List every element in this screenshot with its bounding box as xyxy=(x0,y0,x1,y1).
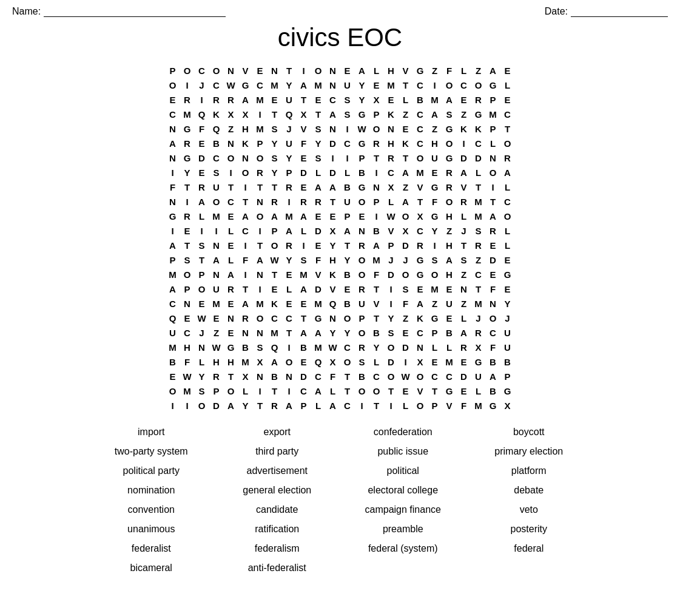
grid-cell: O xyxy=(500,136,515,151)
grid-cell: A xyxy=(413,296,428,311)
word-item: unanimous xyxy=(92,522,212,536)
grid-cell: P xyxy=(166,252,180,267)
grid-cell: F xyxy=(457,398,471,413)
grid-cell: R xyxy=(238,311,253,325)
grid-cell: T xyxy=(253,238,268,252)
grid-cell: P xyxy=(180,282,195,296)
grid-cell: T xyxy=(297,92,311,107)
grid-cell: Y xyxy=(340,252,355,267)
grid-cell: O xyxy=(253,209,268,223)
grid-cell: T xyxy=(399,78,413,92)
grid-cell: T xyxy=(471,180,486,194)
grid-cell: L xyxy=(486,136,500,151)
grid-cell: O xyxy=(442,136,457,151)
grid-cell: O xyxy=(399,267,413,282)
grid-cell: T xyxy=(282,63,297,78)
grid-cell: M xyxy=(209,209,224,223)
grid-cell: X xyxy=(413,354,428,369)
grid-cell: D xyxy=(195,151,209,165)
grid-cell: O xyxy=(442,78,457,92)
grid-cell: P xyxy=(428,325,442,340)
grid-cell: S xyxy=(471,223,486,238)
name-underline[interactable] xyxy=(44,6,226,17)
grid-cell: X xyxy=(297,107,311,121)
grid-cell: O xyxy=(340,354,355,369)
grid-cell: V xyxy=(297,121,311,136)
grid-cell: A xyxy=(340,223,355,238)
grid-cell: P xyxy=(486,121,500,136)
grid-cell: T xyxy=(384,384,399,398)
grid-cell: M xyxy=(166,340,180,354)
grid-cell: J xyxy=(500,311,515,325)
header: Name: Date: xyxy=(12,6,668,17)
grid-cell: Y xyxy=(311,136,326,151)
grid-cell: P xyxy=(428,398,442,413)
grid-cell: O xyxy=(166,78,180,92)
word-item: preamble xyxy=(343,522,463,536)
grid-cell: E xyxy=(195,296,209,311)
grid-cell: A xyxy=(442,252,457,267)
grid-cell: H xyxy=(238,121,253,136)
grid-cell: T xyxy=(340,238,355,252)
grid-cell: Y xyxy=(268,136,282,151)
grid-cell: R xyxy=(195,180,209,194)
grid-cell: M xyxy=(471,194,486,209)
grid-cell: I xyxy=(486,180,500,194)
grid-cell: V xyxy=(369,296,384,311)
grid-cell: E xyxy=(500,63,515,78)
grid-cell: G xyxy=(500,384,515,398)
page-title: civics EOC xyxy=(12,23,668,52)
grid-cell: E xyxy=(180,223,195,238)
grid-cell: F xyxy=(311,252,326,267)
date-underline[interactable] xyxy=(571,6,668,17)
grid-cell: L xyxy=(340,165,355,180)
grid-cell: T xyxy=(428,384,442,398)
grid-cell: J xyxy=(457,223,471,238)
grid-cell: B xyxy=(297,340,311,354)
grid-cell: K xyxy=(238,136,253,151)
grid-cell: V xyxy=(326,282,340,296)
grid-cell: A xyxy=(326,398,340,413)
grid-cell: T xyxy=(224,180,238,194)
grid-cell: E xyxy=(282,267,297,282)
grid-cell: I xyxy=(253,107,268,121)
grid-cell: L xyxy=(500,180,515,194)
grid-cell: F xyxy=(297,136,311,151)
grid-cell: Y xyxy=(282,78,297,92)
grid-cell: O xyxy=(500,209,515,223)
grid-cell: G xyxy=(413,63,428,78)
grid-cell: U xyxy=(471,369,486,384)
grid-cell: A xyxy=(500,165,515,180)
grid-cell: T xyxy=(340,369,355,384)
grid-cell: I xyxy=(369,165,384,180)
grid-cell: P xyxy=(209,384,224,398)
grid-cell: V xyxy=(399,63,413,78)
word-item: primary election xyxy=(469,444,589,459)
word-item: federalism xyxy=(217,541,337,556)
grid-cell: T xyxy=(268,180,282,194)
grid-cell: A xyxy=(355,63,369,78)
grid-cell: E xyxy=(442,311,457,325)
grid-cell: M xyxy=(209,296,224,311)
grid-cell: D xyxy=(326,165,340,180)
word-search-grid: POCONVENTIONEALHVGZFLZAEOIJCWGCMYAMNUYEM… xyxy=(12,63,668,413)
grid-cell: E xyxy=(486,267,500,282)
grid-cell: T xyxy=(457,238,471,252)
grid-cell: N xyxy=(282,369,297,384)
grid-cell: G xyxy=(471,107,486,121)
grid-cell: E xyxy=(340,282,355,296)
grid-cell: O xyxy=(209,194,224,209)
grid-cell: Z xyxy=(428,121,442,136)
grid-cell: J xyxy=(384,252,399,267)
grid-cell: E xyxy=(224,296,238,311)
grid-cell: L xyxy=(384,194,399,209)
grid-cell: Q xyxy=(166,311,180,325)
grid-cell: E xyxy=(268,92,282,107)
grid-cell: J xyxy=(195,78,209,92)
grid-cell: X xyxy=(238,369,253,384)
grid-cell: X xyxy=(238,107,253,121)
grid-cell: X xyxy=(384,180,399,194)
grid-cell: O xyxy=(180,63,195,78)
grid-cell: U xyxy=(209,180,224,194)
grid-cell: N xyxy=(253,194,268,209)
